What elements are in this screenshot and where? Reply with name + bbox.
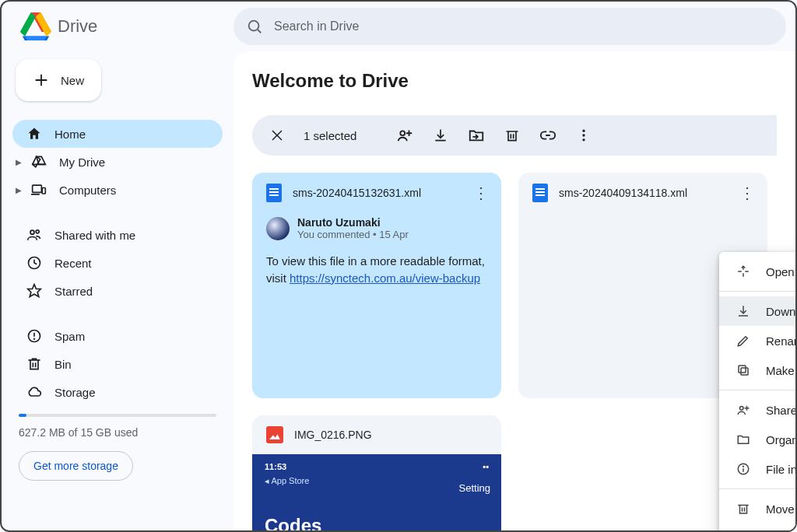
- sidebar-item-shared[interactable]: Shared with me: [12, 221, 223, 249]
- file-card-image[interactable]: IMG_0216.PNG 11:53 •• ◂ App Store Settin…: [252, 415, 501, 530]
- download-button[interactable]: [431, 126, 450, 145]
- svg-marker-0: [20, 12, 36, 36]
- sidebar-item-starred[interactable]: Starred: [12, 277, 223, 305]
- devices-icon: [31, 182, 47, 198]
- sidebar-item-home[interactable]: Home: [12, 120, 223, 148]
- ctx-share[interactable]: Share ▸: [719, 395, 795, 425]
- folder-icon: [735, 432, 752, 446]
- expand-icon[interactable]: ▶: [16, 158, 20, 166]
- page-title: Welcome to Drive: [252, 70, 777, 92]
- sidebar-item-my-drive[interactable]: ▶ My Drive: [12, 148, 223, 176]
- sidebar-item-bin[interactable]: Bin: [12, 350, 223, 378]
- svg-rect-10: [33, 185, 42, 192]
- selection-action-bar: 1 selected: [252, 115, 777, 156]
- svg-point-42: [743, 466, 744, 467]
- file-type-icon: [532, 184, 548, 202]
- open-with-icon: [735, 264, 752, 278]
- plus-icon: [33, 72, 50, 89]
- file-name: sms-20240409134118.xml: [559, 187, 722, 199]
- sidebar-item-storage[interactable]: Storage: [12, 378, 223, 406]
- comment-body-link[interactable]: https://synctech.com.au/view-backup: [290, 271, 480, 285]
- svg-rect-36: [739, 366, 746, 373]
- copy-icon: [735, 363, 752, 377]
- clock-icon: [26, 255, 42, 271]
- svg-point-3: [249, 21, 259, 31]
- sidebar-item-computers[interactable]: ▶ Computers: [12, 176, 223, 204]
- share-icon: [735, 403, 752, 417]
- new-button[interactable]: New: [16, 59, 101, 101]
- image-file-icon: [266, 426, 283, 443]
- ctx-label: Organise: [766, 433, 795, 446]
- sidebar-item-recent[interactable]: Recent: [12, 249, 223, 277]
- context-menu: Open with ▸ Download Rename Make a copy …: [719, 252, 795, 530]
- sidebar-item-spam[interactable]: Spam: [12, 322, 223, 350]
- file-card-selected[interactable]: sms-20240415132631.xml ⋮ Naruto Uzumaki …: [252, 173, 501, 398]
- selection-count: 1 selected: [304, 129, 356, 142]
- sidebar-item-label: Recent: [54, 257, 92, 270]
- delete-button[interactable]: [503, 126, 521, 145]
- card-more-button[interactable]: ⋮: [733, 184, 761, 202]
- svg-line-4: [258, 30, 261, 33]
- search-bar[interactable]: Search in Drive: [233, 8, 786, 45]
- preview-big-label: Codes: [265, 515, 321, 530]
- sidebar-item-label: Starred: [54, 285, 93, 298]
- move-button[interactable]: [467, 126, 486, 145]
- svg-point-13: [30, 230, 34, 234]
- sidebar-item-label: Shared with me: [54, 229, 135, 242]
- ctx-move-to-bin[interactable]: Move to bin: [719, 494, 795, 523]
- ctx-label: Move to bin: [766, 502, 795, 516]
- sidebar-item-label: Bin: [54, 358, 72, 371]
- get-more-storage-button[interactable]: Get more storage: [19, 451, 133, 481]
- ctx-make-copy[interactable]: Make a copy Ctrl+C Ctrl+V: [719, 355, 795, 385]
- sidebar-item-label: Storage: [54, 386, 96, 399]
- drive-icon: [31, 154, 47, 170]
- svg-point-33: [583, 138, 585, 141]
- storage-meter: [19, 414, 216, 417]
- logo-area[interactable]: Drive: [8, 12, 233, 40]
- download-icon: [735, 304, 752, 318]
- link-button[interactable]: [539, 126, 557, 145]
- ctx-open-with[interactable]: Open with ▸: [719, 257, 795, 286]
- svg-marker-2: [25, 36, 47, 40]
- file-name: sms-20240415132631.xml: [293, 187, 456, 199]
- ctx-organise[interactable]: Organise ▸: [719, 425, 795, 454]
- clear-selection-button[interactable]: [268, 126, 286, 145]
- ctx-file-info[interactable]: File information ▸: [719, 454, 795, 484]
- expand-icon[interactable]: ▶: [16, 186, 20, 194]
- avatar: [266, 217, 290, 240]
- more-actions-button[interactable]: [574, 126, 593, 145]
- ctx-label: Make a copy: [766, 364, 795, 377]
- ctx-rename[interactable]: Rename: [719, 326, 795, 355]
- share-button[interactable]: [395, 126, 414, 145]
- svg-point-32: [583, 134, 585, 136]
- commenter-name: Naruto Uzumaki: [297, 216, 409, 229]
- new-button-label: New: [61, 74, 84, 87]
- shared-icon: [26, 227, 42, 243]
- sidebar-item-label: Home: [54, 128, 86, 141]
- sidebar: New Home ▶ My Drive ▶ Computers Shared w…: [2, 51, 233, 530]
- ctx-label: Open with: [766, 265, 795, 278]
- sidebar-item-label: My Drive: [59, 156, 105, 169]
- ctx-label: Download: [766, 305, 795, 318]
- preview-settings-label: Setting: [459, 482, 490, 494]
- card-more-button[interactable]: ⋮: [467, 184, 495, 202]
- svg-marker-16: [28, 285, 41, 297]
- svg-point-24: [401, 131, 406, 135]
- svg-point-31: [583, 130, 585, 132]
- bin-icon: [26, 356, 42, 372]
- info-icon: [735, 462, 752, 476]
- home-icon: [26, 126, 42, 142]
- sidebar-item-label: Computers: [59, 184, 116, 197]
- cloud-icon: [26, 384, 42, 400]
- svg-point-14: [36, 230, 39, 233]
- svg-point-37: [740, 407, 744, 411]
- ctx-download[interactable]: Download: [719, 296, 795, 326]
- spam-icon: [26, 328, 42, 344]
- star-icon: [26, 283, 42, 299]
- preview-time: 11:53: [265, 462, 286, 471]
- ctx-label: Share: [766, 404, 795, 417]
- file-name: IMG_0216.PNG: [294, 429, 495, 441]
- image-preview: 11:53 •• ◂ App Store Setting Codes: [252, 454, 501, 530]
- comment-header: Naruto Uzumaki You commented • 15 Apr: [252, 213, 501, 245]
- ctx-not-helpful[interactable]: Not a helpful suggestion: [719, 523, 795, 530]
